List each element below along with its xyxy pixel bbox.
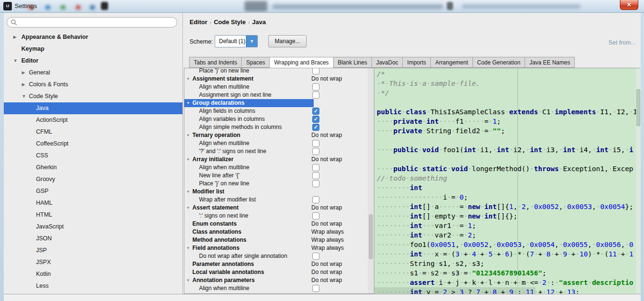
setting-group-enum-constants[interactable]: Enum constantsDo not wrap [184, 220, 368, 228]
setting-option-align-fields-in-columns[interactable]: Align fields in columns✓ [184, 107, 368, 115]
tab-spaces[interactable]: Spaces [241, 57, 270, 68]
setting-option-place-on-new-line[interactable]: Place '}' on new line [184, 180, 368, 188]
chevron-down-icon[interactable]: ▼ [13, 58, 18, 63]
sidebar-item-colors-fonts[interactable]: ▶Colors & Fonts [4, 79, 182, 91]
setting-group-field-annotations[interactable]: ▼Field annotationsWrap always [184, 244, 368, 252]
setting-group-group-declarations[interactable]: ▼Group declarations [184, 99, 314, 107]
scrollbar-thumb[interactable] [369, 214, 373, 259]
sidebar-item-appearance-behavior[interactable]: ▶Appearance & Behavior [4, 31, 182, 43]
sidebar-item-coffeescript[interactable]: CoffeeScript [4, 138, 182, 150]
wrap-mode-value[interactable]: Wrap always [311, 237, 344, 243]
checkbox-align-when-multiline[interactable] [312, 140, 319, 147]
checkbox-align-when-multiline[interactable] [312, 83, 319, 91]
wrap-mode-value[interactable]: Wrap always [311, 245, 344, 251]
wrap-mode-value[interactable]: Do not wrap [311, 269, 342, 275]
chevron-down-icon[interactable]: ▼ [186, 133, 190, 137]
sidebar-item-gsp[interactable]: GSP [4, 185, 182, 197]
sidebar-item-css[interactable]: CSS [4, 150, 182, 162]
setting-option-align-simple-methods-in-columns[interactable]: Align simple methods in columns✓ [184, 123, 368, 131]
tab-javadoc[interactable]: JavaDoc [372, 57, 403, 68]
scheme-dropdown-button[interactable]: ▼ [246, 36, 257, 47]
setting-group-assignment-statement[interactable]: ▼Assignment statementDo not wrap [184, 75, 368, 83]
setting-group-annotation-parameters[interactable]: ▼Annotation parametersDo not wrap [184, 276, 368, 284]
tab-blank-lines[interactable]: Blank Lines [333, 57, 372, 68]
wrap-mode-value[interactable]: Do not wrap [311, 261, 342, 267]
sidebar-item-editor[interactable]: ▼Editor [4, 55, 182, 67]
setting-group-assert-statement[interactable]: ▼Assert statementDo not wrap [184, 204, 368, 212]
setting-option-and-signs-on-next-line[interactable]: '?' and ':' signs on next line [184, 147, 368, 155]
tab-imports[interactable]: Imports [402, 57, 431, 68]
chevron-right-icon[interactable]: ▶ [22, 82, 25, 87]
setting-option-align-variables-in-columns[interactable]: Align variables in columns✓ [184, 115, 368, 123]
scrollbar-thumb[interactable] [636, 89, 640, 126]
setting-option-wrap-after-modifier-list[interactable]: Wrap after modifier list [184, 196, 368, 204]
tab-code-generation[interactable]: Code Generation [472, 57, 525, 68]
chevron-down-icon[interactable]: ▼ [186, 101, 190, 105]
chevron-down-icon[interactable]: ▼ [186, 246, 190, 250]
chevron-down-icon[interactable]: ▼ [186, 190, 190, 194]
checkbox-align-when-multiline[interactable] [312, 164, 319, 171]
set-from-link[interactable]: Set from... [608, 39, 636, 46]
sidebar-item-java[interactable]: Java [4, 102, 182, 114]
preview-scrollbar[interactable] [636, 68, 641, 294]
chevron-down-icon[interactable]: ▼ [186, 157, 190, 162]
checkbox-signs-on-next-line[interactable] [312, 212, 319, 219]
sidebar-item-groovy[interactable]: Groovy [4, 173, 182, 185]
sidebar-item-actionscript[interactable]: ActionScript [4, 114, 182, 126]
setting-group-class-annotations[interactable]: Class annotationsWrap always [184, 228, 368, 236]
wrap-mode-value[interactable]: Wrap always [311, 228, 344, 235]
chevron-right-icon[interactable]: ▶ [13, 35, 17, 39]
checkbox-align-simple-methods-in-columns[interactable]: ✓ [312, 124, 319, 131]
setting-group-local-variable-annotations[interactable]: Local variable annotationsDo not wrap [184, 268, 368, 276]
close-button[interactable]: ✕ [620, 0, 638, 10]
chevron-down-icon[interactable]: ▼ [22, 94, 26, 99]
sidebar-item-jsp[interactable]: JSP [4, 245, 182, 256]
tab-wrapping-and-braces[interactable]: Wrapping and Braces [269, 57, 333, 68]
checkbox-align-when-multiline[interactable] [312, 285, 319, 292]
search-box[interactable] [7, 17, 177, 27]
wrap-mode-value[interactable]: Do not wrap [311, 204, 342, 211]
setting-option-align-when-multiline[interactable]: Align when multiline [184, 139, 368, 147]
wrap-mode-value[interactable]: Do not wrap [311, 75, 342, 82]
sidebar-item-kotlin[interactable]: Kotlin [4, 268, 182, 280]
chevron-down-icon[interactable]: ▼ [186, 278, 190, 283]
wrap-mode-value[interactable]: Do not wrap [311, 132, 342, 138]
sidebar-item-html[interactable]: HTML [4, 209, 182, 221]
setting-option-place-on-new-line[interactable]: Place ')' on new line [184, 68, 368, 75]
sidebar-item-less[interactable]: Less [4, 280, 182, 292]
tab-arrangement[interactable]: Arrangement [430, 57, 472, 68]
search-input[interactable] [19, 18, 174, 26]
tab-java-ee-names[interactable]: Java EE Names [525, 57, 575, 68]
setting-option-align-when-multiline[interactable]: Align when multiline [184, 284, 368, 292]
checkbox-assignment-sign-on-next-line[interactable] [312, 91, 319, 99]
setting-option-align-when-multiline[interactable]: Align when multiline [184, 164, 368, 172]
scheme-dropdown[interactable]: Default (1) ▼ [215, 35, 258, 47]
sidebar-item-gherkin[interactable]: Gherkin [4, 162, 182, 173]
setting-group-parameter-annotations[interactable]: Parameter annotationsDo not wrap [184, 260, 368, 268]
sidebar-item-code-style[interactable]: ▼Code Style [4, 91, 182, 102]
checkbox-new-line-after[interactable] [312, 172, 319, 179]
sidebar-item-general[interactable]: ▶General [4, 67, 182, 79]
chevron-down-icon[interactable]: ▼ [186, 77, 190, 81]
checkbox-and-signs-on-next-line[interactable] [312, 148, 319, 155]
manage-button[interactable]: Manage... [268, 35, 307, 47]
sidebar-item-json[interactable]: JSON [4, 233, 182, 245]
checkbox-place-on-new-line[interactable] [312, 68, 319, 74]
chevron-right-icon[interactable]: ▶ [22, 70, 25, 75]
setting-option-align-when-multiline[interactable]: Align when multiline [184, 83, 368, 91]
checkbox-wrap-after-modifier-list[interactable] [312, 196, 319, 203]
breadcrumb-item[interactable]: Code Style [214, 18, 245, 26]
checkbox-do-not-wrap-after-single-annotation[interactable] [312, 253, 319, 260]
settings-list-scrollbar[interactable] [368, 68, 374, 293]
sidebar-item-jspx[interactable]: JSPX [4, 256, 182, 268]
setting-group-modifier-list[interactable]: ▼Modifier list [184, 188, 368, 196]
setting-option-new-line-after[interactable]: New line after '{' [184, 172, 368, 180]
setting-group-ternary-operation[interactable]: ▼Ternary operationDo not wrap [184, 131, 368, 139]
wrap-mode-value[interactable]: Do not wrap [311, 277, 342, 283]
checkbox-align-fields-in-columns[interactable]: ✓ [312, 108, 319, 115]
sidebar-item-cfml[interactable]: CFML [4, 126, 182, 138]
setting-option-do-not-wrap-after-single-annotation[interactable]: Do not wrap after single annotation [184, 252, 368, 260]
setting-group-method-annotations[interactable]: Method annotationsWrap always [184, 236, 368, 244]
wrap-mode-value[interactable]: Do not wrap [311, 220, 342, 227]
code-preview[interactable]: /*·*·This·is·a·sample·file.·*/public·cla… [374, 68, 636, 294]
